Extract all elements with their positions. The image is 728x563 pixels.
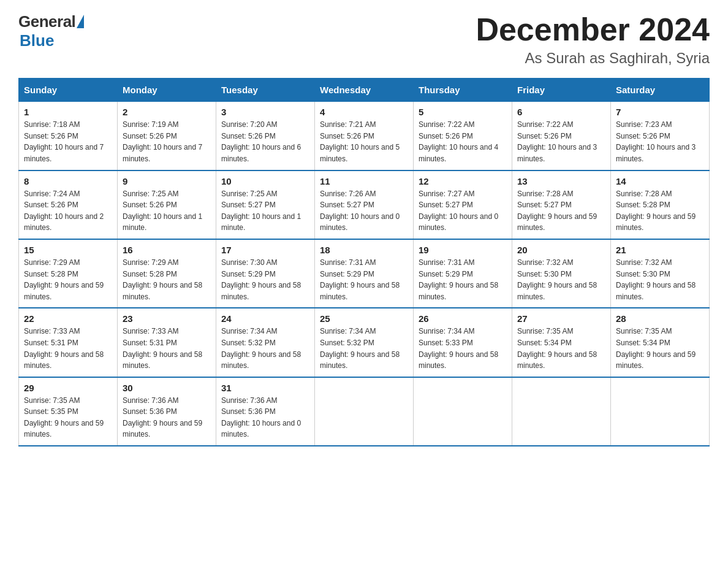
day-info: Sunrise: 7:33 AMSunset: 5:31 PMDaylight:… — [24, 326, 112, 371]
day-number: 14 — [616, 176, 704, 186]
calendar-cell: 23Sunrise: 7:33 AMSunset: 5:31 PMDayligh… — [118, 308, 216, 377]
calendar-cell: 5Sunrise: 7:22 AMSunset: 5:26 PMDaylight… — [414, 102, 512, 170]
day-number: 28 — [616, 313, 704, 324]
day-number: 2 — [123, 107, 211, 117]
day-number: 17 — [221, 245, 309, 255]
day-info: Sunrise: 7:31 AMSunset: 5:29 PMDaylight:… — [419, 257, 507, 302]
day-number: 20 — [517, 245, 605, 255]
calendar-cell: 11Sunrise: 7:26 AMSunset: 5:27 PMDayligh… — [315, 170, 414, 239]
logo-general-text: General — [18, 12, 75, 31]
calendar-cell: 14Sunrise: 7:28 AMSunset: 5:28 PMDayligh… — [611, 170, 710, 239]
day-info: Sunrise: 7:18 AMSunset: 5:26 PMDaylight:… — [24, 119, 112, 164]
day-number: 19 — [419, 245, 507, 255]
day-info: Sunrise: 7:34 AMSunset: 5:32 PMDaylight:… — [221, 326, 309, 371]
day-number: 13 — [517, 176, 605, 186]
calendar-cell: 9Sunrise: 7:25 AMSunset: 5:26 PMDaylight… — [118, 170, 216, 239]
calendar-table: SundayMondayTuesdayWednesdayThursdayFrid… — [18, 78, 710, 446]
calendar-cell: 10Sunrise: 7:25 AMSunset: 5:27 PMDayligh… — [216, 170, 315, 239]
header-thursday: Thursday — [414, 79, 512, 102]
day-number: 11 — [320, 176, 408, 186]
calendar-cell: 31Sunrise: 7:36 AMSunset: 5:36 PMDayligh… — [216, 377, 315, 446]
day-number: 24 — [221, 313, 309, 324]
day-number: 10 — [221, 176, 309, 186]
calendar-cell: 2Sunrise: 7:19 AMSunset: 5:26 PMDaylight… — [118, 102, 216, 170]
day-info: Sunrise: 7:19 AMSunset: 5:26 PMDaylight:… — [123, 119, 211, 164]
calendar-cell: 21Sunrise: 7:32 AMSunset: 5:30 PMDayligh… — [611, 239, 710, 308]
calendar-week-row: 22Sunrise: 7:33 AMSunset: 5:31 PMDayligh… — [19, 308, 710, 377]
calendar-cell: 7Sunrise: 7:23 AMSunset: 5:26 PMDaylight… — [611, 102, 710, 170]
day-info: Sunrise: 7:32 AMSunset: 5:30 PMDaylight:… — [517, 257, 605, 302]
day-info: Sunrise: 7:28 AMSunset: 5:27 PMDaylight:… — [517, 188, 605, 234]
logo-blue-text: Blue — [20, 31, 54, 50]
calendar-cell: 8Sunrise: 7:24 AMSunset: 5:26 PMDaylight… — [19, 170, 118, 239]
calendar-cell: 28Sunrise: 7:35 AMSunset: 5:34 PMDayligh… — [611, 308, 710, 377]
day-info: Sunrise: 7:34 AMSunset: 5:33 PMDaylight:… — [419, 326, 507, 371]
calendar-cell: 6Sunrise: 7:22 AMSunset: 5:26 PMDaylight… — [512, 102, 611, 170]
day-info: Sunrise: 7:24 AMSunset: 5:26 PMDaylight:… — [24, 188, 112, 234]
day-number: 3 — [221, 107, 309, 117]
day-info: Sunrise: 7:20 AMSunset: 5:26 PMDaylight:… — [221, 119, 309, 164]
header-saturday: Saturday — [611, 79, 710, 102]
day-number: 16 — [123, 245, 211, 255]
calendar-week-row: 29Sunrise: 7:35 AMSunset: 5:35 PMDayligh… — [19, 377, 710, 446]
page-header: General Blue December 2024 As Surah as S… — [18, 12, 710, 67]
location-title: As Surah as Saghirah, Syria — [476, 50, 710, 67]
day-number: 31 — [221, 383, 309, 393]
day-number: 29 — [24, 383, 112, 393]
calendar-cell: 16Sunrise: 7:29 AMSunset: 5:28 PMDayligh… — [118, 239, 216, 308]
day-info: Sunrise: 7:29 AMSunset: 5:28 PMDaylight:… — [24, 257, 112, 302]
calendar-cell: 24Sunrise: 7:34 AMSunset: 5:32 PMDayligh… — [216, 308, 315, 377]
day-number: 25 — [320, 313, 408, 324]
calendar-cell — [611, 377, 710, 446]
day-number: 15 — [24, 245, 112, 255]
day-info: Sunrise: 7:32 AMSunset: 5:30 PMDaylight:… — [616, 257, 704, 302]
day-info: Sunrise: 7:23 AMSunset: 5:26 PMDaylight:… — [616, 119, 704, 164]
calendar-cell: 27Sunrise: 7:35 AMSunset: 5:34 PMDayligh… — [512, 308, 611, 377]
logo: General Blue — [18, 12, 84, 50]
title-section: December 2024 As Surah as Saghirah, Syri… — [476, 12, 710, 67]
day-info: Sunrise: 7:36 AMSunset: 5:36 PMDaylight:… — [123, 395, 211, 440]
day-number: 5 — [419, 107, 507, 117]
day-number: 21 — [616, 245, 704, 255]
day-info: Sunrise: 7:26 AMSunset: 5:27 PMDaylight:… — [320, 188, 408, 234]
calendar-cell: 26Sunrise: 7:34 AMSunset: 5:33 PMDayligh… — [414, 308, 512, 377]
day-info: Sunrise: 7:33 AMSunset: 5:31 PMDaylight:… — [123, 326, 211, 371]
day-number: 12 — [419, 176, 507, 186]
calendar-cell: 17Sunrise: 7:30 AMSunset: 5:29 PMDayligh… — [216, 239, 315, 308]
calendar-cell: 29Sunrise: 7:35 AMSunset: 5:35 PMDayligh… — [19, 377, 118, 446]
day-info: Sunrise: 7:34 AMSunset: 5:32 PMDaylight:… — [320, 326, 408, 371]
day-number: 9 — [123, 176, 211, 186]
calendar-cell: 20Sunrise: 7:32 AMSunset: 5:30 PMDayligh… — [512, 239, 611, 308]
day-number: 6 — [517, 107, 605, 117]
calendar-week-row: 15Sunrise: 7:29 AMSunset: 5:28 PMDayligh… — [19, 239, 710, 308]
calendar-cell — [414, 377, 512, 446]
day-number: 18 — [320, 245, 408, 255]
header-monday: Monday — [118, 79, 216, 102]
logo-triangle-icon — [77, 15, 84, 28]
day-number: 1 — [24, 107, 112, 117]
day-number: 26 — [419, 313, 507, 324]
header-friday: Friday — [512, 79, 611, 102]
day-number: 27 — [517, 313, 605, 324]
day-info: Sunrise: 7:22 AMSunset: 5:26 PMDaylight:… — [419, 119, 507, 164]
day-number: 22 — [24, 313, 112, 324]
calendar-cell — [315, 377, 414, 446]
day-info: Sunrise: 7:36 AMSunset: 5:36 PMDaylight:… — [221, 395, 309, 440]
day-info: Sunrise: 7:35 AMSunset: 5:35 PMDaylight:… — [24, 395, 112, 440]
month-title: December 2024 — [476, 12, 710, 47]
day-number: 23 — [123, 313, 211, 324]
day-info: Sunrise: 7:35 AMSunset: 5:34 PMDaylight:… — [616, 326, 704, 371]
day-number: 7 — [616, 107, 704, 117]
day-info: Sunrise: 7:25 AMSunset: 5:27 PMDaylight:… — [221, 188, 309, 234]
header-tuesday: Tuesday — [216, 79, 315, 102]
calendar-cell: 15Sunrise: 7:29 AMSunset: 5:28 PMDayligh… — [19, 239, 118, 308]
calendar-header-row: SundayMondayTuesdayWednesdayThursdayFrid… — [19, 79, 710, 102]
header-sunday: Sunday — [19, 79, 118, 102]
calendar-week-row: 8Sunrise: 7:24 AMSunset: 5:26 PMDaylight… — [19, 170, 710, 239]
calendar-cell: 3Sunrise: 7:20 AMSunset: 5:26 PMDaylight… — [216, 102, 315, 170]
calendar-cell: 22Sunrise: 7:33 AMSunset: 5:31 PMDayligh… — [19, 308, 118, 377]
day-number: 4 — [320, 107, 408, 117]
day-info: Sunrise: 7:22 AMSunset: 5:26 PMDaylight:… — [517, 119, 605, 164]
calendar-cell: 18Sunrise: 7:31 AMSunset: 5:29 PMDayligh… — [315, 239, 414, 308]
calendar-week-row: 1Sunrise: 7:18 AMSunset: 5:26 PMDaylight… — [19, 102, 710, 170]
